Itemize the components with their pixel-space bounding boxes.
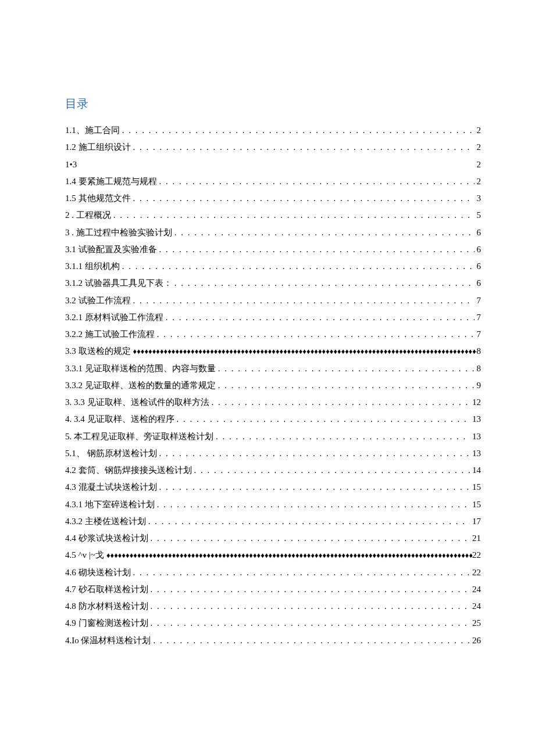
toc-entry-page: 15 [472, 479, 481, 496]
toc-leader [111, 207, 477, 224]
toc-leader [216, 377, 477, 394]
toc-entry-label: 3.2.2 施工试验工作流程 [65, 326, 155, 343]
toc-entry: 3. 3.3 见证取样、送检试件的取样方法12 [65, 394, 483, 411]
toc-list: 1.1、施工合同21.2 施工组织设计21•321.4 要紧施工规范与规程21.… [65, 122, 483, 649]
toc-entry-label: 3.1.2 试验器具工具见下表： [65, 275, 172, 292]
toc-leader [146, 513, 472, 530]
toc-leader [155, 496, 472, 513]
toc-entry-page: 12 [472, 394, 481, 411]
toc-leader [148, 598, 473, 615]
toc-entry-label: 4.Io 保温材料送检计划 [65, 632, 151, 649]
toc-entry: 1.5 其他规范文件3 [65, 190, 483, 207]
toc-entry-page: 2 [477, 173, 482, 190]
toc-entry: 5. 本工程见证取样、旁证取样送检计划13 [65, 428, 483, 445]
toc-entry-label: 3.1 试验配置及实验准备 [65, 241, 157, 258]
toc-entry-page: 6 [477, 258, 482, 275]
toc-entry-page: 2 [477, 122, 482, 139]
toc-entry-label: 4.2 套筒、钢筋焊接接头送检计划 [65, 462, 192, 479]
toc-entry-page: 7 [477, 309, 482, 326]
toc-entry: 4.3.2 主楼佐送检计划17 [65, 513, 483, 530]
toc-entry-page: 14 [472, 462, 481, 479]
toc-entry-label: 3. 3.3 见证取样、送检试件的取样方法 [65, 394, 209, 411]
toc-entry: 1.2 施工组织设计2 [65, 139, 483, 156]
toc-leader [151, 632, 473, 649]
toc-entry-page: 24 [472, 581, 481, 598]
toc-entry-label: 3 . 施工过程中检验实验计划 [65, 224, 172, 241]
toc-leader [174, 411, 473, 428]
toc-entry: 4.5 ^v |~戈♦♦♦♦♦♦♦♦♦♦♦♦♦♦♦♦♦♦♦♦♦♦♦♦♦♦♦♦♦♦… [65, 547, 483, 564]
toc-entry-page: 6 [477, 241, 482, 258]
toc-entry: 4.7 砂石取样送检计划24 [65, 581, 483, 598]
toc-entry-page: 22 [472, 564, 481, 581]
toc-title: 目录 [65, 96, 483, 112]
toc-entry: 4.4 砂浆试块送检计划21 [65, 530, 483, 547]
toc-entry: 3.3 取送检的规定♦♦♦♦♦♦♦♦♦♦♦♦♦♦♦♦♦♦♦♦♦♦♦♦♦♦♦♦♦♦… [65, 343, 483, 360]
toc-leader [148, 530, 473, 547]
toc-leader [157, 445, 473, 462]
toc-entry: 4. 3.4 见证取样、送检的程序13 [65, 411, 483, 428]
toc-entry-page: 22 [472, 547, 481, 564]
toc-entry: 3.1.1 组织机构6 [65, 258, 483, 275]
toc-entry-page: 7 [477, 326, 482, 343]
toc-entry: 4.Io 保温材料送检计划26 [65, 632, 483, 649]
toc-entry-page: 2 [477, 139, 482, 156]
toc-entry: 4.6 砌块送检计划22 [65, 564, 483, 581]
toc-entry-page: 26 [472, 632, 481, 649]
toc-leader [172, 224, 477, 241]
toc-leader: ♦♦♦♦♦♦♦♦♦♦♦♦♦♦♦♦♦♦♦♦♦♦♦♦♦♦♦♦♦♦♦♦♦♦♦♦♦♦♦♦… [104, 548, 472, 562]
toc-entry-label: 1•3 [65, 156, 77, 173]
toc-leader [213, 428, 472, 445]
toc-entry: 3.2.2 施工试验工作流程7 [65, 326, 483, 343]
toc-entry-page: 5 [477, 207, 482, 224]
toc-entry: 3.1.2 试验器具工具见下表：6 [65, 275, 483, 292]
toc-leader [172, 275, 477, 292]
toc-entry-label: 4.4 砂浆试块送检计划 [65, 530, 148, 547]
toc-leader [157, 241, 477, 258]
toc-entry-label: 1.2 施工组织设计 [65, 139, 131, 156]
toc-entry-label: 4. 3.4 见证取样、送检的程序 [65, 411, 174, 428]
toc-entry-page: 25 [472, 615, 481, 632]
toc-entry-page: 24 [472, 598, 481, 615]
toc-entry-label: 2 . 工程概况 [65, 207, 111, 224]
toc-entry: 4.2 套筒、钢筋焊接接头送检计划14 [65, 462, 483, 479]
toc-entry-page: 13 [472, 411, 481, 428]
toc-entry-page: 8 [477, 360, 482, 377]
toc-leader [131, 292, 477, 309]
toc-leader [131, 190, 477, 207]
toc-entry-page: 15 [472, 496, 481, 513]
toc-entry: 3 . 施工过程中检验实验计划6 [65, 224, 483, 241]
toc-leader [148, 615, 473, 632]
toc-leader [120, 122, 477, 139]
toc-leader [157, 479, 473, 496]
toc-entry-page: 2 [477, 156, 482, 173]
toc-entry-label: 1.1、施工合同 [65, 122, 120, 139]
toc-entry-label: 4.3 混凝土试块送检计划 [65, 479, 157, 496]
toc-entry-label: 4.9 门窗检测送检计划 [65, 615, 148, 632]
toc-entry: 2 . 工程概况5 [65, 207, 483, 224]
toc-entry-label: 4.7 砂石取样送检计划 [65, 581, 148, 598]
toc-entry-label: 3.2.1 原材料试验工作流程 [65, 309, 163, 326]
toc-entry-label: 3.3.2 见证取样、送检的数量的通常规定 [65, 377, 216, 394]
toc-leader [120, 258, 477, 275]
toc-entry: 3.1 试验配置及实验准备6 [65, 241, 483, 258]
toc-entry-page: 9 [477, 377, 482, 394]
toc-leader [192, 462, 473, 479]
toc-entry: 3.2.1 原材料试验工作流程7 [65, 309, 483, 326]
toc-entry-page: 17 [472, 513, 481, 530]
toc-entry: 5.1、 钢筋原材送检计划13 [65, 445, 483, 462]
toc-entry: 1.4 要紧施工规范与规程2 [65, 173, 483, 190]
toc-entry-label: 3.2 试验工作流程 [65, 292, 131, 309]
toc-leader [131, 139, 477, 156]
toc-entry-page: 21 [472, 530, 481, 547]
toc-entry-label: 3.3.1 见证取样送检的范围、内容与数量 [65, 360, 216, 377]
toc-entry-label: 4.3.1 地下室碎送检计划 [65, 496, 155, 513]
toc-entry-label: 1.5 其他规范文件 [65, 190, 131, 207]
toc-leader [155, 326, 477, 343]
toc-entry: 4.3 混凝土试块送检计划15 [65, 479, 483, 496]
toc-entry: 1•32 [65, 156, 483, 173]
toc-entry: 3.3.2 见证取样、送检的数量的通常规定9 [65, 377, 483, 394]
toc-entry: 1.1、施工合同2 [65, 122, 483, 139]
toc-entry-page: 6 [477, 275, 482, 292]
toc-entry-label: 4.8 防水材料送检计划 [65, 598, 148, 615]
toc-entry-page: 8 [477, 343, 482, 360]
